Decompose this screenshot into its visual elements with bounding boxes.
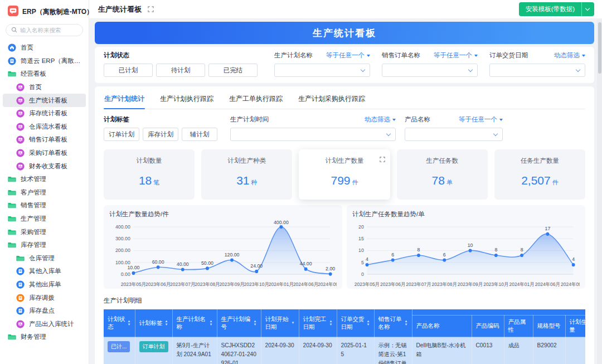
column-header[interactable]: 计划生产数量 (565, 316, 585, 337)
scrollbar-thumb[interactable] (598, 22, 601, 74)
sidebar-item-product-io-stats[interactable]: 产品出入库统计 (3, 317, 86, 331)
column-header[interactable]: 规格型号 (533, 316, 565, 337)
plan-tag-button[interactable]: 订单计划 (104, 128, 139, 141)
svg-text:0.00: 0.00 (121, 271, 130, 277)
home-icon (8, 43, 16, 52)
column-header[interactable]: 销售订单名称▲▼ (374, 309, 412, 337)
charts-row: 计划生产数量趋势/件0.00100.00200.00300.00400.0010… (104, 205, 585, 289)
sales-order-select[interactable] (382, 64, 478, 77)
sales-order-operator[interactable]: 等于任意一个 (434, 51, 478, 60)
content: 生产统计看板 计划状态 已计划待计划已完结 生产计划名称等于任意一个销售订单名称… (89, 19, 602, 364)
column-header[interactable]: 订单交货日期▲▼ (337, 309, 374, 337)
install-template-button[interactable]: 安装模板(带数据) (519, 2, 582, 16)
inner-filter-fields: 生产计划时间动态筛选产品名称等于任意一个 (230, 115, 503, 141)
install-template-dropdown[interactable] (582, 2, 594, 16)
column-header[interactable]: 计划标签▲▼ (135, 309, 172, 337)
sidebar-item-label: 销售订单看板 (29, 135, 67, 144)
expand-icon[interactable] (380, 154, 385, 164)
sidebar-item-sales-order-board[interactable]: 销售订单看板 (3, 133, 86, 147)
tab-plan-exec-tracking[interactable]: 生产计划执行跟踪 (159, 93, 214, 109)
delivery-date-select[interactable] (489, 64, 585, 77)
svg-text:2023年08月: 2023年08月 (195, 282, 220, 287)
tab-plan-purchase-tracking[interactable]: 生产计划采购执行跟踪 (298, 93, 366, 109)
sidebar-item-label: 其他入库单 (29, 267, 61, 275)
sidebar: ERP（离散制造-MTO） 首页简道云 ERP（离散制造-MTO）...经营看板… (0, 0, 89, 364)
board-icon (16, 123, 25, 131)
sidebar-item-inventory-mgmt[interactable]: 库存管理 (3, 239, 86, 252)
svg-text:5: 5 (361, 260, 364, 265)
app-logo: ERP（离散制造-MTO） (0, 0, 89, 23)
column-header[interactable]: 产品属性 (504, 316, 533, 337)
column-header[interactable]: 生产计划名称▲▼ (172, 309, 217, 337)
delivery-date-label: 订单交货日期 (489, 51, 528, 60)
doc-icon (16, 280, 25, 289)
board-icon (16, 83, 25, 91)
board-icon (16, 109, 25, 118)
column-header[interactable]: 计划完工日期▲▼ (299, 309, 337, 337)
fullscreen-icon[interactable] (148, 6, 154, 12)
plan-time-select[interactable] (230, 128, 396, 141)
svg-text:2.00: 2.00 (326, 266, 335, 271)
plan-status-button[interactable]: 已计划 (104, 64, 153, 77)
sidebar-item-other-outbound[interactable]: 其他出库单 (3, 278, 86, 292)
plan-name-filter: 生产计划名称等于任意一个 (274, 51, 370, 77)
column-header[interactable]: 产品名称 (412, 316, 472, 337)
sidebar-item-label: 仓库流水看板 (29, 123, 67, 131)
sidebar-item-purchase-board[interactable]: 采购订单看板 (3, 147, 86, 160)
board-icon (16, 162, 25, 171)
sidebar-item-tech-mgmt[interactable]: 技术管理 (3, 173, 86, 186)
folder-icon (8, 175, 16, 183)
sidebar-item-inventory-transfer[interactable]: 库存调拨 (3, 291, 86, 304)
delivery-date-operator[interactable]: 动态筛选 (554, 51, 585, 60)
sidebar-item-label: 生产管理 (21, 215, 46, 223)
delivery-date-filter: 订单交货日期动态筛选 (489, 51, 585, 77)
plan-status-button[interactable]: 已完结 (208, 64, 258, 77)
column-header[interactable]: 计划开始日期▼ (261, 309, 299, 337)
column-header[interactable]: 产品编码 (472, 316, 504, 337)
table-row[interactable]: 已计...订单计划第9月-生产计划 2024.9A01SCJHXSDD24062… (104, 337, 585, 364)
plan-time-operator[interactable]: 动态筛选 (365, 115, 396, 124)
plan-tag-button[interactable]: 辅计划 (182, 128, 217, 141)
caret-down-icon (392, 119, 396, 121)
sidebar-item-inventory-stats[interactable]: 库存统计看板 (3, 107, 86, 120)
sidebar-item-production-stats[interactable]: 生产统计看板 (3, 94, 86, 107)
plan-name-operator[interactable]: 等于任意一个 (326, 51, 370, 60)
sidebar-item-board-home[interactable]: 首页 (3, 81, 86, 94)
svg-text:400.00: 400.00 (274, 220, 289, 225)
tab-workorder-tracking[interactable]: 生产工单执行跟踪 (229, 93, 283, 109)
tab-plan-stats[interactable]: 生产计划统计 (104, 93, 145, 109)
product-name-select[interactable] (405, 128, 503, 141)
main-card: 生产计划统计生产计划执行跟踪生产工单执行跟踪生产计划采购执行跟踪 计划标签 订单… (95, 86, 594, 364)
sidebar-item-finance-board[interactable]: 财务收支看板 (3, 159, 86, 173)
sidebar-item-inventory-check[interactable]: 库存盘点 (3, 304, 86, 318)
sidebar-item-home[interactable]: 首页 (3, 41, 86, 55)
sidebar-item-customer-mgmt[interactable]: 客户管理 (3, 186, 86, 200)
folder-icon (16, 254, 25, 263)
sidebar-item-other-inbound[interactable]: 其他入库单 (3, 265, 86, 278)
kpi-value: 31种 (201, 174, 292, 187)
sidebar-item-production-mgmt[interactable]: 生产管理 (3, 212, 86, 226)
sidebar-item-purchase-mgmt[interactable]: 采购管理 (3, 225, 86, 239)
sidebar-item-label: 首页 (21, 43, 33, 52)
sidebar-item-warehouse-mgmt[interactable]: 仓库管理 (3, 252, 86, 265)
sidebar-item-business-boards[interactable]: 经营看板 (3, 67, 86, 81)
sidebar-search[interactable] (6, 24, 83, 36)
screen: ERP（离散制造-MTO） 首页简道云 ERP（离散制造-MTO）...经营看板… (0, 0, 602, 364)
svg-text:8: 8 (494, 247, 497, 253)
search-icon (11, 25, 17, 35)
plan-name-select[interactable] (274, 64, 370, 77)
sidebar-item-finance-mgmt[interactable]: 财务管理 (3, 331, 86, 344)
sidebar-item-jdy-erp[interactable]: 简道云 ERP（离散制造-MTO）... (3, 55, 86, 68)
sidebar-item-warehouse-flow[interactable]: 仓库流水看板 (3, 120, 86, 134)
product-name-operator[interactable]: 等于任意一个 (459, 115, 503, 124)
search-input[interactable] (20, 27, 77, 33)
plan-status-button[interactable]: 待计划 (156, 64, 205, 77)
svg-text:60.00: 60.00 (152, 259, 164, 265)
sidebar-item-sales-mgmt[interactable]: 销售管理 (3, 199, 86, 212)
top-filter-fields: 生产计划名称等于任意一个销售订单名称等于任意一个订单交货日期动态筛选 (274, 51, 585, 77)
column-header[interactable]: 计划状态▲▼ (104, 309, 135, 337)
column-header[interactable]: 生产计划编号▲▼ (217, 309, 261, 337)
chevron-down-icon (493, 132, 498, 136)
board-icon (16, 149, 25, 157)
plan-tag-button[interactable]: 库存计划 (143, 128, 178, 141)
